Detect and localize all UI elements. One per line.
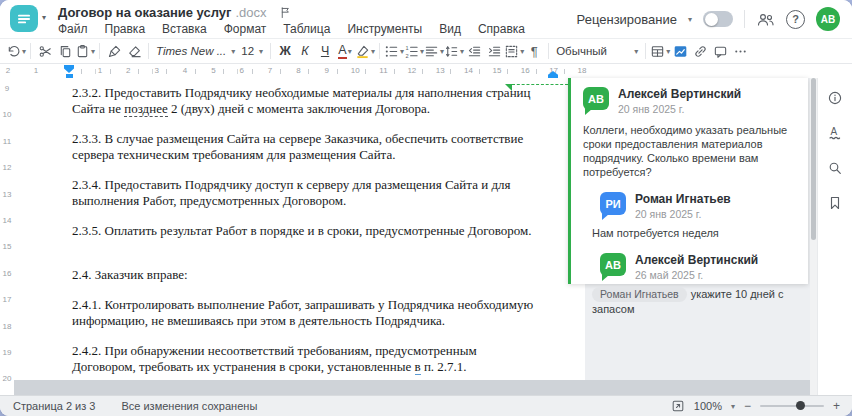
scrollbar-thumb[interactable] — [811, 78, 816, 240]
zoom-level[interactable]: 100% — [694, 400, 722, 412]
ruler-number: 3 — [152, 66, 160, 75]
left-indent-marker[interactable] — [66, 74, 73, 78]
vertical-ruler[interactable]: 91011121314151617181920 — [0, 78, 14, 395]
paragraph-settings-button[interactable]: ▾ — [504, 40, 524, 62]
user-avatar[interactable]: АВ — [816, 7, 840, 31]
insert-table-button[interactable]: ▾ — [650, 40, 670, 62]
ruler-number: 19 — [0, 348, 14, 357]
increase-indent-button[interactable] — [484, 40, 504, 62]
comment-author-avatar: АВ — [583, 87, 609, 110]
zoom-caret-icon[interactable]: ▾ — [731, 402, 735, 411]
zoom-slider-knob[interactable] — [796, 401, 805, 410]
comment-author-avatar: РИ — [600, 192, 626, 215]
comment-author-avatar: АВ — [600, 253, 626, 276]
page-indicator[interactable]: Страница 2 из 3 — [13, 400, 95, 412]
menu-bar: ФайлПравкаВставкаФорматТаблицаИнструмент… — [58, 21, 525, 37]
comment-2[interactable]: РИ Роман Игнатьев 20 янв 2025 г. Нам пот… — [600, 192, 797, 240]
review-mode-label[interactable]: Рецензирование — [577, 12, 677, 27]
insert-comment-button[interactable] — [710, 40, 730, 62]
comment-thread-card[interactable]: АВ Алексей Вертинский 20 янв 2025 г. Кол… — [568, 78, 808, 284]
menu-item-tools[interactable]: Инструменты — [347, 22, 422, 36]
text-segment: 2.3.4. Предоставить Подрядчику доступ к … — [72, 177, 510, 208]
paragraph[interactable]: 2.3.5. Оплатить результат Работ в порядк… — [72, 223, 536, 239]
menu-item-insert[interactable]: Вставка — [162, 22, 207, 36]
font-family-select[interactable]: Times New ... ▾ — [153, 45, 238, 57]
comment-text: Нам потребуется неделя — [592, 226, 797, 240]
cut-button[interactable] — [35, 40, 55, 62]
zoom-in-button[interactable]: + — [833, 401, 840, 411]
bookmark-icon[interactable] — [823, 191, 847, 215]
format-painter-button[interactable] — [104, 40, 124, 62]
menu-item-help[interactable]: Справка — [478, 22, 525, 36]
comment-date: 20 янв 2025 г. — [635, 208, 731, 220]
bullet-list-button[interactable]: ▾ — [384, 40, 404, 62]
menu-item-table[interactable]: Таблица — [283, 22, 330, 36]
underline-button[interactable]: Ч — [315, 40, 335, 62]
paragraph-style-select[interactable]: Обычный ▾ — [553, 45, 641, 57]
font-size-select[interactable]: 12 ▾ — [238, 45, 266, 57]
undo-caret-icon[interactable]: ▾ — [22, 47, 26, 56]
italic-button[interactable]: К — [295, 40, 315, 62]
app-logo-icon[interactable] — [10, 5, 38, 32]
document-title[interactable]: Договор на оказание услуг — [58, 5, 231, 20]
paragraph[interactable]: 2.3.2. Предоставить Подрядчику необходим… — [72, 85, 536, 116]
insert-link-button[interactable] — [690, 40, 710, 62]
decrease-indent-button[interactable] — [464, 40, 484, 62]
ruler-number: 15 — [0, 242, 14, 251]
commented-text: позднее — [124, 101, 167, 117]
more-tools-button[interactable] — [730, 40, 750, 62]
comment-1[interactable]: АВ Алексей Вертинский 20 янв 2025 г. — [583, 87, 797, 115]
paste-button[interactable]: ▾ — [75, 40, 95, 62]
insert-image-button[interactable] — [670, 40, 690, 62]
ruler-number: 9 — [0, 84, 14, 93]
zoom-out-button[interactable]: − — [744, 401, 751, 411]
flag-icon[interactable] — [279, 6, 292, 19]
show-formatting-marks-button[interactable]: ¶ — [524, 40, 544, 62]
paste-caret-icon[interactable]: ▾ — [91, 47, 95, 56]
ruler-number: 2 — [4, 66, 12, 75]
font-color-button[interactable]: А ▾ — [335, 40, 355, 62]
align-button[interactable]: ▾ — [424, 40, 444, 62]
ruler-number: 4 — [181, 66, 189, 75]
search-icon[interactable] — [823, 156, 847, 180]
content-area: 2.3.2. Предоставить Подрядчику необходим… — [0, 78, 852, 395]
highlight-caret-icon[interactable]: ▾ — [371, 47, 375, 56]
header-right: Рецензирование ▾ ? АВ — [577, 0, 840, 38]
mention-chip[interactable]: Роман Игнатьев — [592, 287, 687, 302]
vertical-scrollbar[interactable] — [810, 78, 817, 395]
undo-button[interactable]: ▾ — [6, 40, 26, 62]
ruler-number: 1 — [32, 66, 40, 75]
zoom-slider[interactable] — [760, 405, 824, 407]
clear-formatting-button[interactable] — [124, 40, 144, 62]
highlight-color-button[interactable]: ▾ — [355, 40, 375, 62]
toolbar-divider — [148, 43, 149, 59]
menu-item-format[interactable]: Формат — [224, 22, 267, 36]
comment-3[interactable]: АВ Алексей Вертинский 26 май 2025 г. Ром… — [600, 253, 797, 316]
paragraph[interactable]: 2.4.2. При обнаружении несоответствий тр… — [72, 343, 536, 374]
font-size-value: 12 — [241, 45, 254, 57]
document-text[interactable]: 2.3.2. Предоставить Подрядчику необходим… — [72, 78, 536, 389]
collaborators-icon[interactable] — [756, 11, 775, 28]
paragraph[interactable]: 2.3.4. Предоставить Подрядчику доступ к … — [72, 177, 536, 208]
menu-item-view[interactable]: Вид — [439, 22, 461, 36]
info-icon[interactable] — [823, 86, 847, 110]
copy-button[interactable] — [55, 40, 75, 62]
paragraph[interactable]: 2.3.3. В случае размещения Сайта на серв… — [72, 131, 536, 162]
paragraph[interactable]: 2.4.1. Контролировать выполнение Работ, … — [72, 297, 536, 328]
review-toggle[interactable] — [703, 11, 733, 27]
paragraph[interactable]: 2.4. Заказчик вправе: — [72, 267, 536, 283]
review-mode-caret-icon[interactable]: ▾ — [688, 15, 692, 24]
help-icon[interactable]: ? — [786, 10, 805, 29]
bold-button[interactable]: Ж — [275, 40, 295, 62]
menu-item-file[interactable]: Файл — [58, 22, 88, 36]
logo-menu-caret-icon[interactable]: ▾ — [42, 13, 46, 22]
fit-page-icon[interactable] — [671, 399, 685, 413]
svg-text:2: 2 — [405, 52, 408, 58]
font-color-caret-icon[interactable]: ▾ — [348, 47, 352, 56]
first-line-indent-marker[interactable] — [64, 65, 74, 73]
numbered-list-button[interactable]: 12 ▾ — [404, 40, 424, 62]
horizontal-ruler[interactable]: 21123456789101112131415161718 — [0, 64, 852, 78]
spellcheck-icon[interactable]: А — [823, 121, 847, 145]
menu-item-edit[interactable]: Правка — [105, 22, 146, 36]
line-spacing-button[interactable]: ▾ — [444, 40, 464, 62]
